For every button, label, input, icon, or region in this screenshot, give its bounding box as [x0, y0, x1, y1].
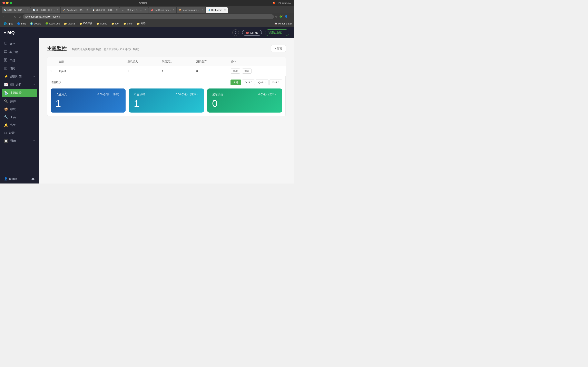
extension-icon[interactable]: 🧩: [279, 15, 283, 18]
sidebar-item-label: 客户端: [9, 50, 18, 54]
tab-favicon: 📦: [179, 9, 181, 11]
bing-icon: 🔵: [17, 22, 20, 25]
tab-favicon: 📋: [92, 9, 95, 11]
tab-close-button[interactable]: ×: [57, 8, 58, 11]
sidebar-item-subscriptions[interactable]: 订阅: [0, 64, 39, 73]
bookmark-bing[interactable]: 🔵 Bing: [16, 22, 27, 25]
sidebar-item-rules[interactable]: ⚡ 规则引擎 ▾: [0, 73, 39, 81]
view-button[interactable]: 查看: [231, 68, 240, 74]
bookmark-ios[interactable]: 📁 iOS开发: [78, 21, 94, 26]
filter-tab-qos2[interactable]: QoS 2: [269, 80, 282, 85]
tab-close-button[interactable]: ×: [224, 8, 226, 11]
tab-close-button[interactable]: ×: [173, 8, 174, 11]
alerts-icon: 🔔: [4, 123, 8, 127]
logo-text: MQ: [7, 30, 15, 35]
bookmark-star-icon[interactable]: ☆: [275, 15, 278, 18]
tab-download-emq[interactable]: ⬇ 下载 EMQ X, H… ×: [120, 7, 148, 13]
logout-button[interactable]: ⏏: [31, 176, 35, 181]
tab-close-button[interactable]: ×: [202, 8, 203, 11]
tab-close-button[interactable]: ×: [116, 8, 118, 11]
sidebar-item-plugins[interactable]: 🔌 插件: [0, 97, 39, 105]
tab-close-button[interactable]: ×: [26, 8, 28, 11]
sidebar-item-analytics[interactable]: 📈 统计分析 ▾: [0, 81, 39, 89]
sidebar-item-topic-monitor[interactable]: 📡 主题监控: [2, 89, 37, 97]
chevron-down-icon[interactable]: ▾: [51, 70, 52, 73]
profile-icon[interactable]: 👤: [285, 15, 288, 18]
tab-label: 详介 MQTT 服务…: [36, 8, 55, 12]
topic-value: Topic1: [59, 69, 66, 73]
tools-icon: 🔧: [4, 115, 8, 119]
sidebar-item-monitor[interactable]: 监控: [0, 40, 39, 48]
help-button[interactable]: ?: [232, 29, 239, 36]
bookmark-label: other: [127, 22, 133, 25]
bookmark-leetcode[interactable]: 🧩 LeetCode: [44, 22, 61, 25]
general-icon: 🔲: [4, 139, 8, 143]
plus-icon: +: [275, 47, 276, 50]
sidebar-item-clients[interactable]: 客户端: [0, 48, 39, 56]
address-input[interactable]: [23, 14, 274, 19]
tab-mqtt-fx[interactable]: 📡 MQTT.fx - 国内… ×: [2, 7, 30, 13]
tab-dashboard[interactable]: 📊 Dashboard ×: [206, 7, 228, 13]
tab-label: Dashboard: [211, 9, 222, 11]
user-avatar-icon: 👤: [4, 177, 8, 180]
sidebar-item-general[interactable]: 🔲 通用 ▾: [0, 137, 39, 145]
tab-fusesource[interactable]: 📦 fusesource/mq… ×: [177, 7, 205, 13]
tab-label: Apollo MQTT在…: [67, 8, 84, 12]
apple-icon: 🍎: [273, 2, 276, 4]
msg-out-value: 1: [162, 69, 163, 73]
bookmark-google[interactable]: 🌍 google: [28, 22, 43, 25]
address-bar-actions: ☆ 🧩 👤 ⋮: [275, 15, 292, 18]
sidebar-item-alerts[interactable]: 🔔 告警: [0, 121, 39, 129]
actions-cell: 查看 删除: [231, 68, 282, 74]
filter-tab-qos1[interactable]: QoS 1: [256, 80, 268, 85]
sidebar-item-topics[interactable]: 主题: [0, 56, 39, 64]
subscriptions-icon: [4, 67, 7, 71]
bookmark-spring[interactable]: 📁 Spring: [95, 22, 109, 25]
sidebar-item-modules[interactable]: 📦 模块: [0, 105, 39, 113]
refresh-button[interactable]: ↻: [13, 15, 17, 19]
bookmark-tutorial[interactable]: 📁 tutorial: [62, 22, 77, 25]
reading-list-button[interactable]: 📖 Reading List: [274, 22, 292, 25]
svg-rect-0: [4, 42, 7, 44]
bookmark-label: 外语: [141, 22, 146, 25]
enterprise-button[interactable]: 试用企业版 →: [265, 29, 289, 36]
tab-mqtt-intro[interactable]: 📄 详介 MQTT 服务… ×: [30, 7, 61, 13]
sidebar-nav: 监控 客户端: [0, 38, 39, 174]
tab-close-button[interactable]: ×: [145, 8, 146, 11]
new-tab-button[interactable]: +: [228, 7, 234, 13]
tab-label: TwoGuysFrom…: [154, 9, 171, 11]
tab-apollo[interactable]: 🚀 Apollo MQTT在… ×: [61, 7, 90, 13]
metric-label-drop: 消息丢弃: [212, 92, 224, 96]
bookmark-foreign[interactable]: 📁 外语: [135, 21, 147, 26]
sidebar-item-label: 告警: [10, 123, 16, 127]
home-button[interactable]: ⌂: [18, 15, 22, 19]
close-window-button[interactable]: [2, 2, 5, 4]
bookmark-other[interactable]: 📁 other: [122, 22, 134, 25]
tab-twoguys[interactable]: 🐙 TwoGuysFrom… ×: [148, 7, 177, 13]
new-topic-button[interactable]: + 新建: [271, 45, 286, 52]
minimize-window-button[interactable]: [6, 2, 9, 4]
menu-icon[interactable]: ⋮: [290, 15, 292, 18]
logo-icon: ≡: [4, 30, 7, 35]
bookmark-tool[interactable]: 📁 tool: [110, 22, 121, 25]
filter-tab-all[interactable]: 全部: [231, 80, 241, 85]
sidebar-item-label: 规则引擎: [10, 75, 22, 78]
tab-favicon: 🚀: [63, 9, 65, 11]
detail-header: 详情数据 全部 QoS 0 QoS 1 QoS 2: [51, 80, 282, 85]
col-expand: [51, 60, 59, 63]
bookmark-apps[interactable]: 🌐 Apps: [2, 22, 15, 25]
forward-button[interactable]: →: [7, 15, 12, 19]
maximize-window-button[interactable]: [10, 2, 12, 4]
settings-icon: ⚙: [4, 131, 7, 135]
expand-cell[interactable]: ▾: [51, 70, 59, 73]
tab-close-button[interactable]: ×: [86, 8, 88, 11]
tab-other-resources[interactable]: 📋 其他资源 | EMQ… ×: [90, 7, 120, 13]
delete-button[interactable]: 删除: [242, 68, 251, 74]
analytics-icon: 📈: [4, 83, 8, 86]
sidebar-item-tools[interactable]: 🔧 工具 ▾: [0, 113, 39, 121]
sidebar-item-settings[interactable]: ⚙ 设置: [0, 129, 39, 137]
tab-label: 下载 EMQ X, H…: [125, 8, 143, 12]
github-button[interactable]: 🐙 GitHub: [242, 30, 262, 36]
back-button[interactable]: ←: [2, 15, 6, 19]
filter-tab-qos0[interactable]: QoS 0: [242, 80, 255, 85]
